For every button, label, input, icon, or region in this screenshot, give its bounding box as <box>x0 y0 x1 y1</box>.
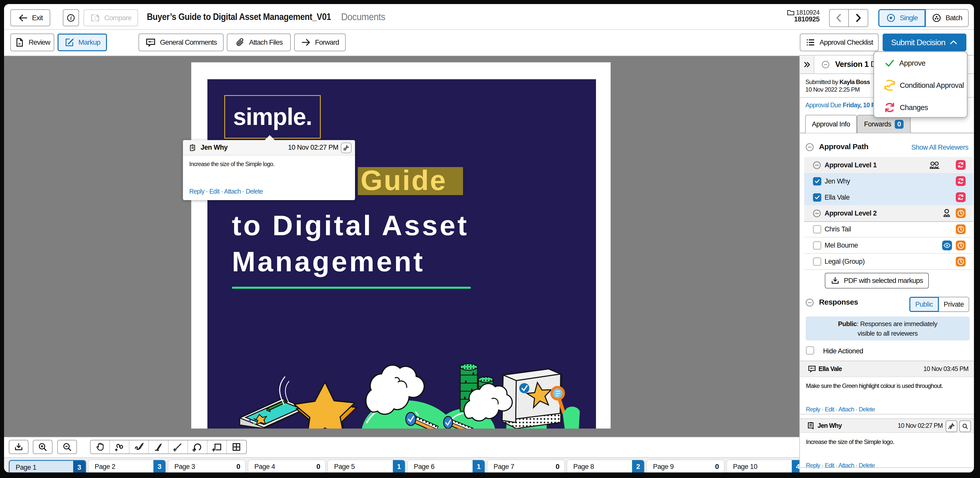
svg-text:i: i <box>70 15 72 21</box>
